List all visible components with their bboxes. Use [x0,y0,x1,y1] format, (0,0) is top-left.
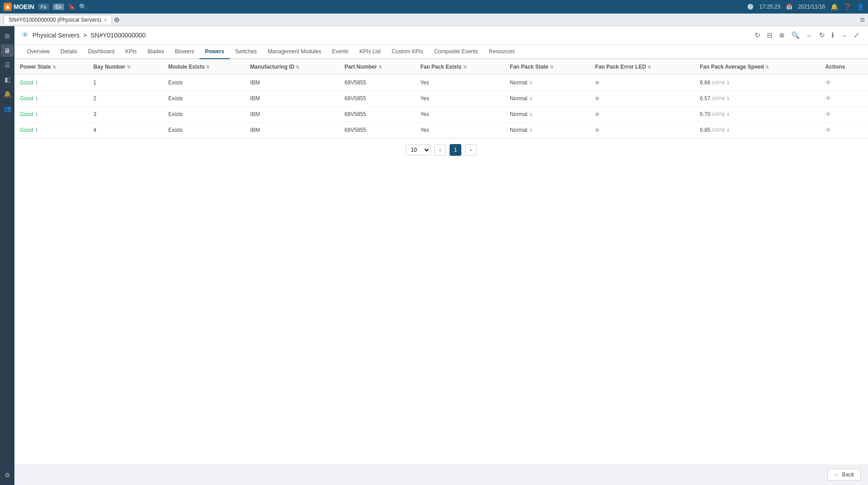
per-page-select[interactable]: 102550100 [406,145,431,155]
fan-pack-speed-cell: 6.66 KRPM ℹ [695,75,820,91]
power-state-info-icon[interactable]: ℹ [36,112,37,117]
manufacturing-id-cell: IBM [245,91,339,107]
sort-icon: ⇅ [206,65,209,70]
next-page-button[interactable]: › [465,144,477,156]
subnav-item-switches[interactable]: Switches [230,45,262,59]
sidebar-item-people[interactable]: 👥 [1,102,14,115]
fan-pack-state-info-icon[interactable]: ℹ [530,80,532,85]
window-maximize-icon[interactable]: ⧉ [860,16,864,23]
view-action-icon[interactable]: 👁 [825,95,831,102]
col-header-fan-pack-average-speed[interactable]: Fan Pack Average Speed⇅ [695,59,820,75]
col-header-actions[interactable]: Actions [820,59,868,75]
subnav-item-management-modules[interactable]: Management Modules [262,45,327,59]
nav-info-icon[interactable]: ℹ [830,30,836,41]
fan-pack-exists-cell: Yes [415,91,504,107]
nav-forward-icon[interactable]: → [839,30,849,41]
nav-expand-icon[interactable]: ⤢ [852,30,861,41]
power-state-info-icon[interactable]: ℹ [36,127,37,133]
subnav-item-kpis-list[interactable]: KPIs List [354,45,386,59]
view-action-icon[interactable]: 👁 [825,111,831,118]
sidebar-item-settings[interactable]: ⚙ [1,469,14,481]
back-arrow-icon: ← [834,471,840,478]
search-icon[interactable]: 🔍 [79,3,87,10]
speed-info-icon[interactable]: ℹ [727,112,729,117]
lang-en-button[interactable]: En [53,4,64,10]
prev-page-button[interactable]: ‹ [434,144,446,156]
subnav-item-blowers[interactable]: Blowers [169,45,200,59]
speed-info-icon[interactable]: ℹ [727,80,729,85]
bay-number-cell: 4 [88,122,163,138]
new-tab-button[interactable]: ⊕ [114,15,120,24]
breadcrumb-separator: > [83,32,87,39]
user-icon[interactable]: 👤 [857,3,864,10]
manufacturing-id-cell: IBM [245,122,339,138]
sort-icon: ⇅ [378,65,382,70]
refresh-icon[interactable]: ↻ [753,30,762,41]
sidebar-item-dashboard[interactable]: ⊞ [1,30,14,42]
subnav-item-blades[interactable]: Blades [142,45,170,59]
fan-pack-speed-cell: 6.57 KRPM ℹ [695,91,820,107]
speed-info-icon[interactable]: ℹ [727,127,729,133]
fan-pack-state-info-icon[interactable]: ℹ [530,96,532,101]
col-header-part-number[interactable]: Part Number⇅ [339,59,415,75]
columns-icon[interactable]: ⊟ [766,30,774,41]
col-header-fan-pack-error-led[interactable]: Fan Pack Error LED⇅ [590,59,695,75]
subnav-item-dashboard[interactable]: Dashboard [83,45,120,59]
view-action-icon[interactable]: 👁 [825,79,831,86]
fan-pack-state-info-icon[interactable]: ℹ [530,127,532,133]
fan-pack-error-led-cell [590,91,695,107]
fan-pack-led-indicator [595,81,599,84]
power-state-info-icon[interactable]: ℹ [36,80,37,85]
subnav-item-kpis[interactable]: KPIs [120,45,142,59]
power-state-value: Good [20,127,33,133]
subnav-item-events[interactable]: Events [327,45,354,59]
bookmark-icon[interactable]: 🔖 [68,3,75,10]
fan-pack-state-cell: Normal ℹ [505,122,590,138]
sidebar-item-servers[interactable]: 🖥 [1,44,14,57]
page-1-button[interactable]: 1 [450,144,461,156]
col-header-fan-pack-state[interactable]: Fan Pack State⇅ [505,59,590,75]
help-icon[interactable]: ❓ [844,3,851,10]
col-header-module-exists[interactable]: Module Exists⇅ [163,59,245,75]
subnav-item-resources[interactable]: Resources [483,45,520,59]
current-time: 17:25:23 [759,4,780,10]
eye-icon: 👁 [22,31,29,39]
tab-bar: SN#Y01000000000 (Physical Servers) × ⊕ ⧉ [0,14,868,26]
back-button[interactable]: ← Back [827,469,861,480]
subnav-item-details[interactable]: Details [55,45,83,59]
subnav-item-powers[interactable]: Powers [200,45,230,59]
bell-icon[interactable]: 🔔 [831,3,838,10]
fan-pack-state-cell: Normal ℹ [505,107,590,122]
sub-navigation: OverviewDetailsDashboardKPIsBladesBlower… [14,45,868,59]
subnav-item-overview[interactable]: Overview [22,45,55,59]
current-date: 2021/11/16 [798,4,825,10]
subnav-item-custom-kpis[interactable]: Custom KPIs [386,45,429,59]
speed-unit: KRPM [712,80,725,85]
filter-search-icon[interactable]: 🔍 [790,30,801,41]
nav-refresh-icon[interactable]: ↻ [818,30,826,41]
subnav-item-composite-events[interactable]: Composite Events [429,45,483,59]
col-header-fan-pack-exists[interactable]: Fan Pack Exists⇅ [415,59,504,75]
sidebar-item-bell[interactable]: 🔔 [1,88,14,100]
col-header-manufacturing-id[interactable]: Manufacturing ID⇅ [245,59,339,75]
back-label: Back [842,471,854,478]
fan-pack-state-info-icon[interactable]: ℹ [530,112,532,117]
col-header-power-state[interactable]: Power State⇅ [14,59,88,75]
page-header: 👁 Physical Servers > SN#Y01000000000 ↻ ⊟… [14,26,868,45]
speed-info-icon[interactable]: ℹ [727,96,729,101]
sidebar-item-list[interactable]: ☰ [1,59,14,71]
app-logo: MOEIN [4,3,34,11]
sidebar-item-layers[interactable]: ◧ [1,73,14,86]
sort-icon: ⇅ [550,65,553,70]
breadcrumb-parent: Physical Servers [32,32,79,39]
zoom-icon[interactable]: ⊕ [778,30,786,41]
lang-fa-button[interactable]: Fa [38,4,49,10]
nav-back-icon[interactable]: ← [805,30,814,41]
tab-label: SN#Y01000000000 (Physical Servers) [9,17,101,23]
col-header-bay-number[interactable]: Bay Number⇅ [88,59,163,75]
fan-pack-led-indicator [595,112,599,116]
main-tab[interactable]: SN#Y01000000000 (Physical Servers) × [4,15,112,24]
tab-close-button[interactable]: × [104,17,107,23]
view-action-icon[interactable]: 👁 [825,126,831,134]
power-state-info-icon[interactable]: ℹ [36,96,37,101]
